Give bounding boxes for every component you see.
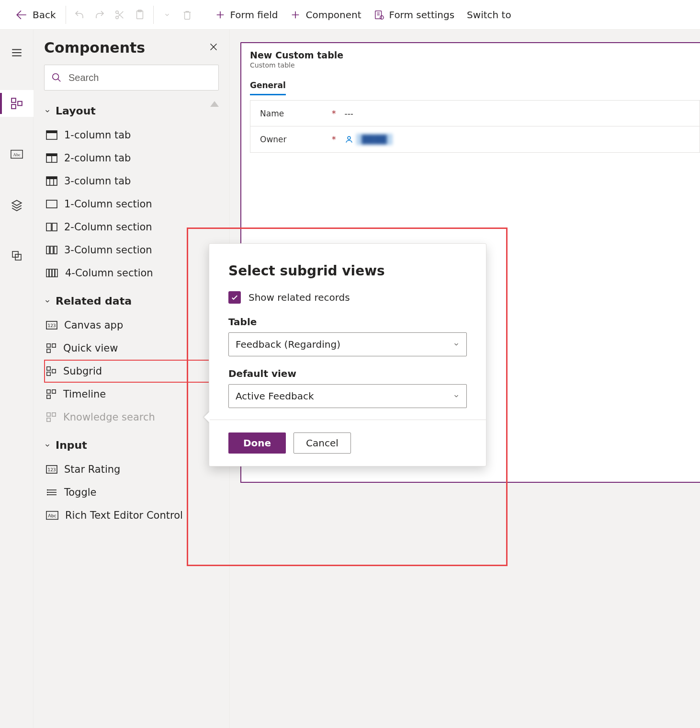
paste-chevron-button[interactable] (158, 6, 176, 23)
svg-rect-13 (46, 131, 57, 133)
show-related-checkbox[interactable] (228, 291, 241, 304)
chevron-down-icon (44, 108, 51, 114)
popover-title: Select subgrid views (228, 263, 467, 279)
related-item-quick-view[interactable]: Quick view (44, 337, 210, 360)
toggle-icon (46, 488, 57, 497)
form-tab-general[interactable]: General (250, 80, 286, 95)
check-icon (230, 293, 239, 302)
form-settings-icon (374, 10, 384, 20)
svg-rect-40 (47, 395, 50, 398)
form-settings-button[interactable]: Form settings (369, 6, 460, 23)
view-select[interactable]: Active Feedback (228, 384, 467, 408)
field-name-value: --- (345, 109, 353, 118)
svg-point-11 (53, 74, 59, 80)
cut-button[interactable] (111, 6, 128, 23)
svg-rect-6 (18, 102, 22, 106)
section-input[interactable]: Input (44, 439, 210, 451)
related-item-timeline[interactable]: Timeline (44, 383, 210, 406)
search-box[interactable] (44, 65, 219, 91)
input-item-rte[interactable]: Abc Rich Text Editor Control (44, 504, 210, 527)
components-panel: Components Layout (34, 30, 230, 728)
view-label: Default view (228, 368, 467, 379)
section-related-data[interactable]: Related data (44, 295, 210, 307)
svg-rect-43 (47, 418, 50, 421)
svg-text:Abc: Abc (13, 152, 20, 157)
chevron-down-icon (164, 11, 170, 18)
component-button[interactable]: Component (285, 6, 366, 23)
layout-item-4-col-section[interactable]: 4-Column section (44, 262, 210, 284)
subgrid-popover: Select subgrid views Show related record… (209, 243, 486, 466)
layout-item-1-col-tab[interactable]: 1-column tab (44, 124, 210, 147)
left-rail: Abc (0, 30, 34, 728)
panel-close-button[interactable] (208, 42, 219, 54)
form-title: New Custom table (250, 50, 700, 60)
redo-button[interactable] (91, 6, 108, 23)
timeline-icon (46, 389, 56, 399)
svg-rect-42 (47, 413, 50, 416)
svg-rect-33 (47, 344, 50, 347)
rte-icon: Abc (46, 511, 58, 520)
rail-abc-button[interactable]: Abc (0, 141, 34, 168)
redo-icon (94, 9, 105, 21)
paste-button[interactable] (131, 6, 148, 23)
field-owner-value: ████ (356, 134, 393, 145)
input-item-star-rating[interactable]: 123 Star Rating (44, 458, 210, 481)
copy-icon (11, 250, 23, 262)
table-select[interactable]: Feedback (Regarding) (228, 332, 467, 356)
layers-icon (11, 199, 23, 211)
cut-icon (114, 10, 125, 20)
related-item-canvas-app[interactable]: 123 Canvas app (44, 314, 210, 337)
svg-point-50 (47, 489, 48, 490)
svg-text:123: 123 (47, 467, 56, 472)
svg-rect-36 (47, 367, 50, 370)
view-select-value: Active Feedback (236, 390, 314, 402)
layout-item-1-col-section[interactable]: 1-Column section (44, 193, 210, 216)
switch-to-button[interactable]: Switch to (462, 6, 516, 23)
component-label: Component (305, 9, 361, 21)
form-field-button[interactable]: Form field (210, 6, 283, 23)
layout-item-3-col-tab[interactable]: 3-column tab (44, 170, 210, 193)
back-button[interactable]: Back (11, 6, 61, 24)
layout-item-3-col-section[interactable]: 3-Column section (44, 239, 210, 262)
components-icon (11, 97, 23, 110)
panel-title: Components (44, 39, 145, 56)
table-label: Table (228, 316, 467, 328)
form-subtitle: Custom table (250, 61, 700, 69)
3col-tab-icon (46, 176, 57, 186)
hamburger-button[interactable] (0, 39, 34, 66)
svg-rect-37 (47, 372, 50, 375)
form-field-label: Form field (230, 9, 278, 21)
related-item-subgrid[interactable]: Subgrid (44, 360, 210, 383)
svg-rect-24 (46, 246, 49, 254)
rail-layers-button[interactable] (0, 192, 34, 218)
svg-rect-22 (46, 223, 51, 231)
layout-item-2-col-section[interactable]: 2-Column section (44, 216, 210, 239)
search-input[interactable] (68, 72, 212, 84)
close-icon (208, 42, 219, 52)
3col-section-icon (46, 246, 57, 254)
canvas-icon: 123 (46, 321, 57, 330)
rail-components-button[interactable] (0, 90, 34, 117)
field-name[interactable]: Name * --- (250, 101, 700, 126)
section-layout[interactable]: Layout (44, 105, 210, 117)
input-item-toggle[interactable]: Toggle (44, 481, 210, 504)
2col-tab-icon (46, 153, 57, 163)
done-button[interactable]: Done (228, 432, 286, 454)
svg-rect-38 (52, 369, 56, 373)
undo-button[interactable] (71, 6, 88, 23)
show-related-row[interactable]: Show related records (228, 291, 467, 304)
abc-icon: Abc (11, 149, 23, 159)
svg-point-51 (47, 492, 48, 493)
field-owner[interactable]: Owner * ████ (250, 126, 700, 152)
delete-button[interactable] (179, 6, 196, 23)
svg-rect-23 (52, 223, 57, 231)
cancel-button[interactable]: Cancel (294, 432, 351, 454)
undo-icon (74, 9, 85, 21)
chevron-down-icon (453, 393, 460, 399)
rail-copy-button[interactable] (0, 242, 34, 269)
plus-icon (215, 10, 226, 20)
layout-item-2-col-tab[interactable]: 2-column tab (44, 147, 210, 170)
popover-notch-icon (204, 411, 210, 423)
1col-tab-icon (46, 130, 57, 140)
svg-rect-30 (55, 269, 57, 277)
